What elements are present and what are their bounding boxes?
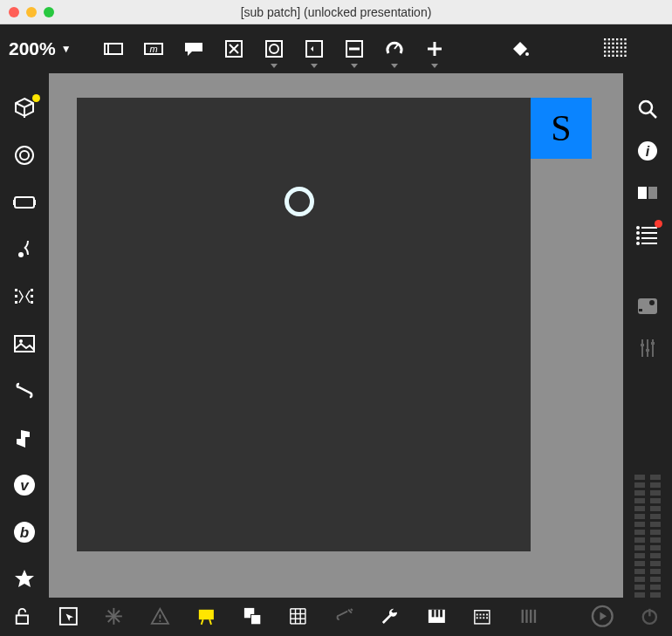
search-icon[interactable]: [636, 98, 659, 120]
svg-rect-37: [624, 51, 626, 52]
minimize-button[interactable]: [26, 7, 37, 17]
object-box-tool[interactable]: [103, 38, 124, 59]
snap-icon[interactable]: [334, 606, 354, 627]
svg-rect-117: [477, 617, 478, 619]
beap-icon[interactable]: b: [12, 520, 37, 544]
svg-rect-113: [477, 614, 478, 616]
svg-rect-29: [616, 46, 618, 48]
dropdown-indicator-icon: [431, 64, 438, 68]
grid-palette-tool[interactable]: [604, 38, 628, 59]
format-icon[interactable]: [636, 181, 659, 204]
svg-rect-35: [616, 51, 618, 52]
svg-point-62: [640, 101, 652, 113]
svg-rect-118: [480, 617, 482, 619]
vizzie-icon[interactable]: v: [12, 473, 37, 497]
button-tool[interactable]: [264, 38, 285, 59]
svg-rect-111: [440, 610, 442, 618]
svg-rect-46: [15, 197, 34, 208]
power-icon[interactable]: [640, 606, 660, 627]
select-icon[interactable]: [58, 606, 79, 627]
svg-rect-114: [480, 614, 482, 616]
svg-point-73: [636, 231, 640, 235]
svg-rect-47: [13, 200, 15, 205]
calendar-icon[interactable]: [472, 606, 492, 627]
svg-rect-115: [483, 614, 485, 616]
data-objects-icon[interactable]: [12, 284, 37, 309]
svg-rect-32: [604, 51, 606, 52]
lock-icon[interactable]: [12, 606, 32, 627]
svg-rect-27: [608, 46, 610, 48]
images-icon[interactable]: [12, 332, 37, 356]
piano-icon[interactable]: [427, 606, 447, 627]
freeze-icon[interactable]: [104, 606, 124, 627]
comment-tool[interactable]: [183, 38, 204, 59]
presentation-mode-icon[interactable]: [196, 606, 216, 627]
message-box-tool[interactable]: m: [143, 38, 164, 59]
max-for-live-icon[interactable]: [12, 426, 37, 450]
reference-icon[interactable]: [636, 337, 659, 359]
add-object-tool[interactable]: [424, 38, 445, 59]
app-frame: 200% ▼ m: [0, 24, 672, 636]
svg-text:b: b: [20, 524, 29, 541]
audio-on-icon[interactable]: [591, 605, 614, 629]
svg-point-13: [525, 52, 529, 56]
svg-point-75: [636, 242, 640, 245]
zoom-dropdown[interactable]: 200% ▼: [9, 38, 79, 59]
new-view-icon[interactable]: [243, 606, 263, 627]
svg-rect-48: [34, 200, 36, 205]
svg-rect-28: [612, 46, 614, 48]
window-title: [sub patch] (unlocked presentation): [0, 5, 672, 19]
grid-icon[interactable]: [288, 606, 308, 627]
svg-rect-84: [651, 342, 655, 345]
maximize-button[interactable]: [44, 7, 54, 17]
traffic-lights: [9, 7, 54, 17]
svg-rect-78: [639, 309, 642, 311]
svg-point-92: [160, 620, 161, 622]
svg-rect-14: [604, 38, 606, 40]
basic-objects-icon[interactable]: [12, 96, 37, 120]
svg-line-95: [209, 619, 211, 625]
svg-rect-116: [486, 614, 488, 616]
svg-text:v: v: [20, 477, 30, 494]
svg-rect-26: [604, 46, 606, 48]
svg-rect-24: [621, 43, 622, 44]
svg-rect-82: [641, 344, 644, 346]
svg-rect-110: [435, 610, 438, 618]
titlebar: [sub patch] (unlocked presentation): [0, 0, 672, 24]
svg-rect-83: [646, 349, 649, 352]
ui-objects-icon[interactable]: [12, 143, 37, 168]
notification-dot-icon: [655, 220, 662, 228]
snapshot-button[interactable]: S: [531, 98, 592, 159]
volume-meter: [634, 379, 661, 598]
toggle-tool[interactable]: [223, 38, 244, 59]
audio-objects-icon[interactable]: [12, 237, 37, 262]
dial-tool[interactable]: [384, 38, 405, 59]
svg-rect-93: [199, 610, 214, 619]
color-tool[interactable]: [510, 38, 531, 59]
favorites-icon[interactable]: [12, 567, 37, 592]
svg-rect-15: [608, 38, 610, 40]
close-button[interactable]: [9, 7, 19, 17]
svg-line-63: [650, 112, 656, 118]
svg-text:i: i: [646, 144, 650, 159]
svg-rect-7: [306, 41, 322, 57]
patch-canvas[interactable]: S: [77, 98, 531, 551]
files-icon[interactable]: [12, 379, 37, 403]
wrench-icon[interactable]: [381, 606, 401, 627]
svg-rect-42: [621, 55, 622, 57]
debug-icon[interactable]: [150, 606, 170, 627]
clue-icon[interactable]: [636, 223, 659, 246]
console-icon[interactable]: [636, 295, 659, 318]
dropdown-indicator-icon: [271, 64, 278, 68]
button-object[interactable]: [285, 187, 321, 223]
number-box-tool[interactable]: [304, 38, 325, 59]
svg-rect-16: [612, 38, 614, 40]
inspector-icon[interactable]: i: [636, 140, 659, 162]
workspace[interactable]: S: [49, 73, 623, 598]
svg-text:m: m: [149, 44, 157, 54]
svg-rect-53: [31, 289, 33, 291]
jitter-objects-icon[interactable]: [12, 190, 37, 215]
slider-tool[interactable]: [344, 38, 365, 59]
svg-rect-31: [624, 46, 626, 48]
meter-icon[interactable]: [518, 606, 538, 627]
